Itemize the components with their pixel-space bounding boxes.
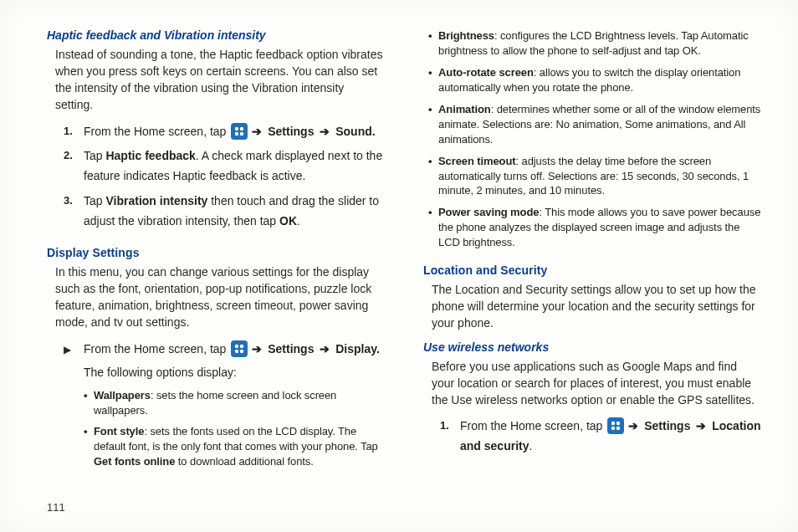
step-text: . (529, 439, 532, 453)
step-bold: Haptic feedback (105, 149, 195, 162)
haptic-step-2: Tap Haptic feedback. A check mark displa… (69, 146, 385, 187)
wireless-steps: From the Home screen, tap ➔ Settings ➔ L… (423, 417, 761, 462)
arrow-icon: ➔ (628, 419, 638, 432)
heading-use-wireless: Use wireless networks (423, 340, 761, 354)
step-bold: Vibration intensity (105, 194, 207, 207)
haptic-steps: From the Home screen, tap ➔ Settings ➔ S… (47, 122, 385, 237)
arrow-icon: ➔ (320, 342, 330, 356)
step-bold: OK (279, 214, 297, 228)
heading-display-settings: Display Settings (47, 246, 385, 259)
bullet-term: Auto-rotate screen (438, 66, 534, 79)
left-column: Haptic feedback and Vibration intensity … (47, 28, 385, 509)
apps-icon (231, 123, 248, 140)
svg-point-2 (240, 126, 243, 130)
svg-point-4 (240, 131, 243, 135)
bullet-term: Screen timeout (438, 155, 516, 167)
step-text: . (297, 214, 300, 228)
bullet-bold: Get fonts online (94, 455, 175, 468)
bullet-power-saving: Power saving mode: This mode allows you … (428, 205, 761, 250)
step-bold: Sound (332, 125, 371, 138)
arrow-icon: ➔ (252, 342, 262, 356)
step-bold: Settings (264, 125, 317, 138)
haptic-step-3: Tap Vibration intensity then touch and d… (69, 192, 385, 232)
bullet-term: Animation (438, 103, 491, 115)
svg-point-1 (235, 126, 238, 130)
step-text: From the Home screen, tap (84, 342, 229, 356)
page-number: 111 (47, 501, 65, 514)
apps-icon (607, 417, 624, 434)
haptic-step-1: From the Home screen, tap ➔ Settings ➔ S… (69, 122, 385, 142)
haptic-body: Instead of sounding a tone, the Haptic f… (55, 47, 385, 114)
wireless-body: Before you use applications such as Goog… (432, 359, 761, 409)
svg-point-8 (235, 350, 238, 353)
svg-point-7 (240, 345, 243, 348)
apps-icon (231, 340, 248, 357)
step-text: From the Home screen, tap (84, 125, 229, 138)
display-step: From the Home screen, tap ➔ Settings ➔ D… (47, 340, 385, 383)
step-text: From the Home screen, tap (460, 419, 606, 432)
step-text: Tap (84, 149, 105, 162)
svg-rect-0 (231, 123, 248, 140)
step-line2: The following options display: (84, 363, 385, 383)
step-bold: Settings (641, 419, 693, 432)
svg-point-9 (240, 350, 243, 353)
bullet-desc: to download additional fonts. (175, 455, 313, 468)
bullet-term: Power saving mode (438, 206, 539, 218)
svg-point-11 (611, 422, 615, 425)
display-bullets: Wallpapers: sets the home screen and loc… (84, 388, 385, 477)
manual-page: Haptic feedback and Vibration intensity … (0, 0, 798, 532)
arrow-icon: ➔ (320, 125, 330, 138)
bullet-font-style: Font style: sets the fonts used on the L… (84, 424, 385, 469)
svg-point-6 (235, 345, 238, 348)
bullet-animation: Animation: determines whether some or al… (428, 102, 761, 147)
svg-point-13 (611, 427, 615, 430)
bullet-brightness: Brightness: configures the LCD Brightnes… (428, 28, 761, 59)
arrow-icon: ➔ (696, 419, 706, 432)
heading-location-security: Location and Security (423, 263, 761, 277)
display-body: In this menu, you can change various set… (55, 264, 385, 331)
bullet-term: Font style (94, 425, 144, 437)
bullet-term: Brightness (438, 29, 494, 42)
arrow-icon: ➔ (252, 125, 262, 138)
bullet-screen-timeout: Screen timeout: adjusts the delay time b… (428, 154, 761, 199)
bullet-wallpapers: Wallpapers: sets the home screen and loc… (84, 388, 385, 418)
wireless-step-1: From the Home screen, tap ➔ Settings ➔ L… (445, 417, 761, 457)
svg-point-3 (235, 131, 238, 135)
location-body: The Location and Security settings allow… (432, 282, 761, 332)
bullet-term: Wallpapers (94, 389, 151, 402)
svg-point-12 (616, 422, 620, 425)
svg-rect-5 (231, 340, 248, 357)
step-text: Tap (84, 194, 105, 207)
bullet-auto-rotate: Auto-rotate screen: allows you to switch… (428, 65, 761, 95)
step-bold: Settings (264, 342, 317, 356)
svg-point-14 (616, 427, 620, 430)
display-bullets-continued: Brightness: configures the LCD Brightnes… (428, 28, 761, 257)
heading-haptic: Haptic feedback and Vibration intensity (47, 28, 385, 42)
right-column: Brightness: configures the LCD Brightnes… (423, 28, 761, 509)
step-bold: Display (332, 342, 376, 356)
svg-rect-10 (607, 417, 624, 434)
